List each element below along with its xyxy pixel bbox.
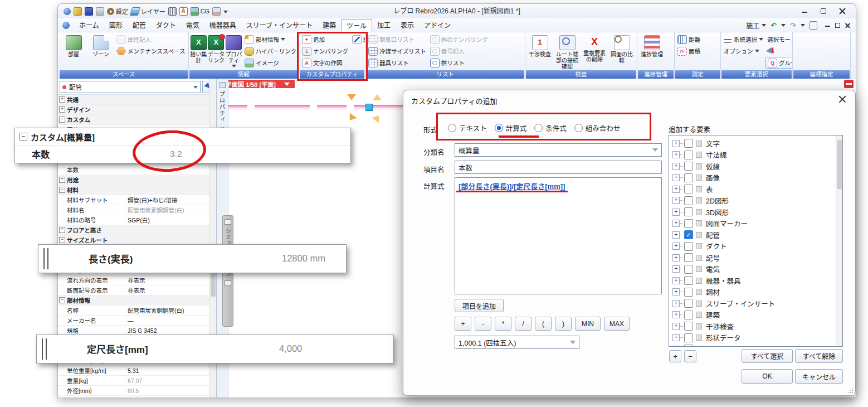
quickaccess-layers[interactable]: レイヤー — [131, 7, 165, 16]
ribbon-button[interactable]: メンテナンススペース — [115, 45, 187, 57]
sheet-tab-icon[interactable] — [844, 80, 854, 88]
view-tab[interactable]: 平面図 1/50 [平面] — [228, 80, 295, 88]
checkbox[interactable] — [684, 185, 693, 193]
ribbon-button[interactable]: 拾い集計 — [190, 33, 207, 64]
property-row[interactable]: 本数 — [58, 165, 216, 175]
minimize-icon[interactable] — [801, 8, 808, 14]
operator-button[interactable]: ( — [535, 317, 552, 331]
ribbon-button[interactable]: 桝リスト — [428, 57, 490, 69]
menu-tab[interactable]: ツール — [341, 19, 372, 32]
menu-tab[interactable]: ダクト — [151, 19, 181, 32]
ribbon-button[interactable]: 進捗管理 — [638, 33, 665, 57]
property-group-row[interactable]: −部材情報 — [58, 295, 216, 306]
operator-button[interactable]: MIN — [575, 317, 601, 331]
quickaccess-gear[interactable]: 設定 — [107, 7, 128, 16]
checkbox[interactable] — [684, 322, 693, 331]
expander-icon[interactable]: − — [59, 297, 65, 303]
property-row[interactable]: 材料名配管用炭素鋼鋼管(白) — [58, 205, 216, 215]
expand-icon[interactable]: + — [672, 220, 680, 227]
expand-icon[interactable]: + — [672, 186, 680, 193]
property-row[interactable]: 単位重量[kg/m]5.31 — [58, 366, 216, 376]
ribbon-button[interactable]: 編集 — [350, 33, 365, 45]
redo-dropdown-icon[interactable] — [801, 24, 805, 27]
operator-button[interactable]: / — [515, 317, 531, 331]
ribbon-button[interactable]: データリンク — [208, 33, 225, 64]
property-value[interactable]: 60.5 — [125, 386, 209, 395]
checkbox[interactable] — [684, 207, 693, 216]
expand-icon[interactable]: + — [672, 243, 680, 250]
checkbox[interactable] — [684, 219, 693, 228]
format-radio[interactable]: 組み合わせ — [574, 123, 621, 133]
sim-icon[interactable] — [225, 219, 231, 225]
checkbox[interactable] — [684, 299, 693, 308]
ribbon-button[interactable]: 部屋 — [60, 33, 87, 57]
tree-item[interactable]: + — [669, 343, 842, 347]
property-value[interactable]: SGP(白) — [125, 215, 209, 225]
move-up-arrow-icon[interactable] — [373, 94, 382, 100]
undo-icon[interactable]: ↶ — [771, 22, 777, 29]
ribbon-button[interactable]: 器具リスト — [367, 57, 428, 69]
quickaccess-save[interactable] — [85, 7, 93, 16]
property-value[interactable]: JIS G 3452 — [125, 326, 209, 335]
expand-icon[interactable]: + — [672, 300, 680, 307]
ribbon-button[interactable]: 面積 — [676, 45, 702, 57]
property-value[interactable]: 非表示 — [125, 285, 209, 295]
quickaccess-marker[interactable] — [179, 7, 188, 16]
properties-tab-label[interactable]: プロパティ — [218, 91, 227, 123]
dialog-close-icon[interactable] — [837, 94, 847, 104]
menu-tab[interactable]: スリーブ・インサート — [241, 19, 318, 32]
tree-item[interactable]: +記号 — [669, 252, 842, 264]
select-all-button[interactable]: すべて選択 — [742, 349, 793, 363]
rounding-combo[interactable]: 1,000.1 (四捨五入) — [455, 336, 579, 349]
menu-tab[interactable]: 図形 — [104, 19, 128, 32]
property-group-row[interactable]: −材料 — [58, 185, 216, 195]
undo-dropdown-icon[interactable] — [781, 24, 786, 27]
expand-icon[interactable]: + — [672, 197, 680, 204]
property-row[interactable]: 備考 — [58, 396, 216, 398]
ribbon-button[interactable]: 桝のナンバリング — [428, 33, 490, 45]
app-menu-icon[interactable] — [62, 22, 70, 29]
ribbon-button[interactable]: 系統選択 — [722, 33, 765, 45]
property-group-row[interactable]: +フロアと高さ — [58, 225, 216, 235]
tree-item[interactable]: +スリーブ・インサート — [669, 298, 842, 309]
ribbon-button[interactable]: 属性記入 — [115, 33, 187, 45]
quickaccess-ruler[interactable] — [168, 7, 177, 16]
property-value[interactable] — [125, 165, 209, 175]
ribbon-button[interactable]: ゾーン — [87, 33, 114, 57]
tree-scrollbar-thumb[interactable] — [837, 140, 842, 189]
menu-tab[interactable]: 建築 — [318, 19, 341, 32]
offset-up-arrow-icon[interactable] — [372, 113, 382, 123]
expand-icon[interactable]: + — [672, 231, 680, 239]
ribbon-button[interactable]: 番号記入 — [428, 45, 490, 57]
clear-all-button[interactable]: すべて解除 — [795, 349, 843, 363]
property-value[interactable]: 配管用炭素鋼鋼管(白) — [125, 306, 209, 315]
expander-icon[interactable]: + — [59, 177, 65, 183]
checkbox[interactable] — [684, 173, 693, 182]
operator-button[interactable]: ) — [555, 317, 572, 331]
checkbox[interactable] — [684, 253, 693, 262]
property-row[interactable]: 断面記号の表示非表示 — [58, 285, 216, 295]
close-icon[interactable] — [839, 8, 846, 14]
ribbon-button[interactable]: 制気口リスト — [367, 33, 428, 45]
property-value[interactable]: 非表示 — [125, 275, 209, 285]
ribbon-button[interactable]: ハイパーリンク — [243, 45, 298, 57]
checkbox[interactable] — [684, 265, 693, 274]
checkbox[interactable] — [684, 288, 693, 297]
property-row[interactable]: 材料の略号SGP(白) — [58, 215, 216, 225]
property-row[interactable]: 外径[mm]60.5 — [58, 386, 216, 396]
tree-item[interactable]: +文字 — [669, 138, 842, 149]
expand-icon[interactable]: + — [672, 346, 680, 347]
checkbox[interactable] — [684, 162, 693, 171]
expand-icon[interactable]: + — [672, 174, 680, 181]
ribbon-button[interactable]: グループ — [765, 57, 793, 69]
sim-icon[interactable] — [225, 280, 231, 286]
operator-button[interactable]: + — [455, 317, 471, 331]
checkbox[interactable] — [684, 196, 693, 205]
expander-icon[interactable]: + — [59, 227, 65, 233]
move-down-arrow-icon[interactable] — [347, 94, 356, 100]
property-row[interactable]: 重量[kg]67.97 — [58, 376, 216, 386]
menu-tab[interactable]: 機器器具 — [204, 19, 241, 32]
property-value[interactable]: 5.31 — [125, 366, 209, 375]
operator-button[interactable]: * — [495, 317, 511, 331]
pipe-handle[interactable] — [365, 104, 373, 111]
